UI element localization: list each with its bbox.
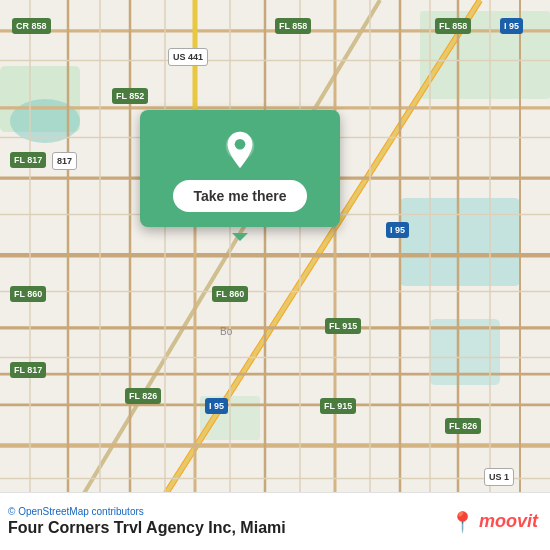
road-badge-us1: US 1 (484, 468, 514, 486)
road-badge-fl826: FL 826 (125, 388, 161, 404)
svg-rect-3 (400, 198, 520, 286)
moovit-pin-icon: 📍 (450, 510, 475, 534)
popup-card: Take me there (140, 110, 340, 227)
bottom-left-info: © OpenStreetMap contributors Four Corner… (8, 506, 286, 537)
moovit-brand-label: moovit (479, 511, 538, 532)
road-badge-fl915-2: FL 915 (320, 398, 356, 414)
bottom-bar: © OpenStreetMap contributors Four Corner… (0, 492, 550, 550)
road-badge-fl860-mid: FL 860 (212, 286, 248, 302)
road-badge-fl826-r: FL 826 (445, 418, 481, 434)
road-badge-i95-mid: I 95 (386, 222, 409, 238)
road-badge-fl915-1: FL 915 (325, 318, 361, 334)
map-container: Bo CR 858 FL 858 FL 858 US 441 I 95 FL 8… (0, 0, 550, 550)
moovit-logo: 📍 moovit (450, 510, 538, 534)
road-badge-cr858: CR 858 (12, 18, 51, 34)
road-badge-fl817-2: FL 817 (10, 362, 46, 378)
road-badge-i95-bot: I 95 (205, 398, 228, 414)
map-attribution: © OpenStreetMap contributors (8, 506, 286, 517)
svg-point-44 (235, 139, 246, 150)
place-name-label: Four Corners Trvl Agency Inc, Miami (8, 519, 286, 537)
road-badge-fl817-1: FL 817 (10, 152, 46, 168)
road-badge-817: 817 (52, 152, 77, 170)
take-me-there-button[interactable]: Take me there (173, 180, 306, 212)
attribution-prefix: © (8, 506, 18, 517)
road-badge-i95-tr: I 95 (500, 18, 523, 34)
road-badge-fl858-top: FL 858 (275, 18, 311, 34)
road-badge-fl858-tr: FL 858 (435, 18, 471, 34)
road-badge-fl852: FL 852 (112, 88, 148, 104)
road-badge-fl860-left: FL 860 (10, 286, 46, 302)
svg-text:Bo: Bo (220, 325, 232, 338)
road-badge-us441: US 441 (168, 48, 208, 66)
attribution-link[interactable]: OpenStreetMap contributors (18, 506, 144, 517)
location-pin-icon (220, 130, 260, 170)
map-roads: Bo (0, 0, 550, 550)
svg-point-4 (10, 99, 80, 143)
